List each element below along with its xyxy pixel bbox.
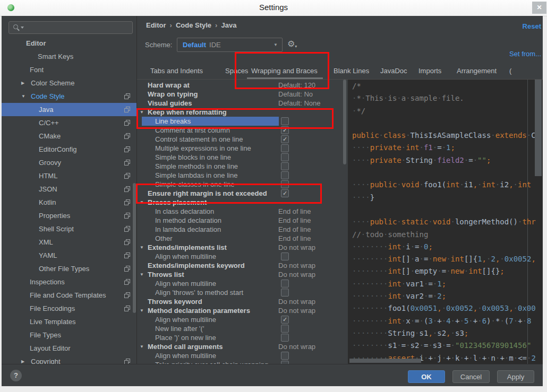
option-take-priority-over-call-chain-wrapping[interactable]: Take priority over call chain wrapping <box>137 360 343 364</box>
search-input[interactable] <box>26 22 129 33</box>
option-value-dropdown[interactable]: Do not wrap <box>278 297 315 306</box>
sidebar-item-cmake[interactable]: CMake <box>2 129 136 143</box>
option-checkbox[interactable] <box>281 252 289 260</box>
sidebar-item-color-scheme[interactable]: ▶Color Scheme <box>2 76 136 90</box>
option-simple-classes-in-one-line[interactable]: Simple classes in one line <box>137 180 343 189</box>
reset-link[interactable]: Reset <box>523 22 541 30</box>
tab-arrangement[interactable]: Arrangement <box>457 67 497 75</box>
option-line-breaks[interactable]: Line breaks <box>137 117 343 126</box>
option-ensure-right-margin-is-not-exceeded[interactable]: Ensure right margin is not exceeded✓ <box>137 189 343 198</box>
option-in-class-declaration[interactable]: In class declarationEnd of line <box>137 207 343 216</box>
tab-spaces[interactable]: Spaces <box>225 67 248 75</box>
tree-expanded-icon[interactable]: ▼ <box>140 306 144 315</box>
option-extends-implements-list[interactable]: ▼Extends/implements listDo not wrap <box>137 243 343 252</box>
apply-button[interactable]: Apply <box>497 370 534 383</box>
option-simple-lambdas-in-one-line[interactable]: Simple lambdas in one line <box>137 171 343 180</box>
option-throws-list[interactable]: ▼Throws listDo not wrap <box>137 270 343 279</box>
option-align-when-multiline[interactable]: Align when multiline <box>137 279 343 288</box>
option-method-call-arguments[interactable]: ▼Method call argumentsDo not wrap <box>137 342 343 351</box>
option-value-dropdown[interactable]: Do not wrap <box>278 243 315 252</box>
option-checkbox[interactable] <box>281 180 289 188</box>
option-checkbox[interactable]: ✓ <box>281 135 289 143</box>
option-checkbox[interactable] <box>281 153 289 161</box>
sidebar-item-yaml[interactable]: YAML <box>2 249 136 262</box>
sidebar-item-file-and-code-templates[interactable]: File and Code Templates <box>2 289 136 302</box>
scheme-gear-button[interactable]: ⚙▾ <box>287 39 297 49</box>
option-in-method-declaration[interactable]: In method declarationEnd of line <box>137 216 343 225</box>
scheme-select[interactable]: DefaultIDE ▼ <box>177 38 283 52</box>
option-throws-keyword[interactable]: Throws keywordDo not wrap <box>137 297 343 306</box>
sidebar-item-font[interactable]: Font <box>2 63 136 76</box>
tab-wrapping-and-braces[interactable]: Wrapping and Braces <box>251 67 318 75</box>
sidebar-item-other-file-types[interactable]: Other File Types <box>2 262 136 275</box>
option-value-dropdown[interactable]: End of line <box>278 225 311 234</box>
option-checkbox[interactable] <box>281 280 289 288</box>
search-box[interactable] <box>8 21 133 34</box>
sidebar-item-groovy[interactable]: Groovy <box>2 156 136 169</box>
tree-collapsed-icon[interactable]: ▶ <box>21 76 24 90</box>
sidebar-item-copyright[interactable]: ▶Copyright <box>2 355 136 364</box>
tree-expanded-icon[interactable]: ▼ <box>140 108 144 117</box>
option-multiple-expressions-in-one-line[interactable]: Multiple expressions in one line <box>137 144 343 153</box>
option-checkbox[interactable] <box>281 171 289 179</box>
option-comment-at-first-column[interactable]: Comment at first column✓ <box>137 126 343 135</box>
option-checkbox[interactable] <box>281 325 289 333</box>
option-wrap-on-typing[interactable]: Wrap on typingDefault: No <box>137 90 343 99</box>
sidebar-scrollbar[interactable] <box>133 183 136 313</box>
option-value-dropdown[interactable]: End of line <box>278 216 311 225</box>
option-checkbox[interactable]: ✓ <box>281 189 289 197</box>
sidebar-item-properties[interactable]: Properties <box>2 209 136 222</box>
option-checkbox[interactable] <box>281 352 289 360</box>
option-braces-placement[interactable]: ▼Braces placement <box>137 198 343 207</box>
option-extends-implements-keyword[interactable]: Extends/implements keywordDo not wrap <box>137 261 343 270</box>
option-checkbox[interactable] <box>281 334 289 342</box>
sidebar-item-editorconfig[interactable]: EditorConfig <box>2 143 136 156</box>
option-value-dropdown[interactable]: Do not wrap <box>278 342 315 351</box>
close-button[interactable]: ✕ <box>532 2 546 14</box>
tree-expanded-icon[interactable]: ▼ <box>140 243 144 252</box>
option-other[interactable]: OtherEnd of line <box>137 234 343 243</box>
option-checkbox[interactable] <box>281 144 289 152</box>
code-vertical-scrollbar[interactable] <box>535 80 542 176</box>
sidebar-item-editor[interactable]: Editor <box>2 37 136 50</box>
option-value-dropdown[interactable]: Do not wrap <box>278 261 315 270</box>
sidebar-item-live-templates[interactable]: Live Templates <box>2 315 136 328</box>
sidebar-item-file-types[interactable]: File Types <box>2 328 136 342</box>
option-new-line-after[interactable]: New line after '(' <box>137 324 343 333</box>
sidebar-item-smart-keys[interactable]: Smart Keys <box>2 50 136 63</box>
cancel-button[interactable]: Cancel <box>452 370 490 383</box>
option-hard-wrap-at[interactable]: Hard wrap atDefault: 120 <box>137 81 343 90</box>
option-checkbox[interactable] <box>281 162 289 170</box>
breadcrumb-code-style[interactable]: Code Style <box>176 21 211 29</box>
option-in-lambda-declaration[interactable]: In lambda declarationEnd of line <box>137 225 343 234</box>
option-value-dropdown[interactable]: Do not wrap <box>278 270 315 279</box>
option-value-dropdown[interactable]: End of line <box>278 207 311 216</box>
option-checkbox[interactable] <box>281 289 289 297</box>
set-from-link[interactable]: Set from... <box>509 50 541 58</box>
option-control-statement-in-one-line[interactable]: Control statement in one line✓ <box>137 135 343 144</box>
tab-javadoc[interactable]: JavaDoc <box>380 67 407 75</box>
sidebar-item-json[interactable]: JSON <box>2 182 136 196</box>
option-simple-methods-in-one-line[interactable]: Simple methods in one line <box>137 162 343 171</box>
option-align-when-multiline[interactable]: Align when multiline✓ <box>137 315 343 324</box>
option-simple-blocks-in-one-line[interactable]: Simple blocks in one line <box>137 153 343 162</box>
sidebar-item-file-encodings[interactable]: File Encodings <box>2 302 136 315</box>
option-keep-when-reformatting[interactable]: ▼Keep when reformatting <box>137 108 343 117</box>
ok-button[interactable]: OK <box>408 370 445 383</box>
tab-blank-lines[interactable]: Blank Lines <box>334 67 369 75</box>
tab-tabs-and-indents[interactable]: Tabs and Indents <box>150 67 203 75</box>
tree-expanded-icon[interactable]: ▼ <box>21 90 25 103</box>
tree-expanded-icon[interactable]: ▼ <box>140 270 144 279</box>
breadcrumb-editor[interactable]: Editor <box>146 21 166 29</box>
option-method-declaration-parameters[interactable]: ▼Method declaration parametersDo not wra… <box>137 306 343 315</box>
option-place-on-new-line[interactable]: Place ')' on new line <box>137 333 343 342</box>
code-horizontal-scrollbar[interactable] <box>349 359 421 363</box>
sidebar-item-layout-editor[interactable]: Layout Editor <box>2 342 136 355</box>
tree-collapsed-icon[interactable]: ▶ <box>21 355 24 364</box>
tree-expanded-icon[interactable]: ▼ <box>140 342 144 351</box>
sidebar-item-java[interactable]: Java <box>2 103 136 116</box>
sidebar-item-html[interactable]: HTML <box>2 169 136 182</box>
option-align-when-multiline[interactable]: Align when multiline <box>137 252 343 261</box>
sidebar-item-inspections[interactable]: Inspections <box>2 275 136 289</box>
sidebar-item-c-c[interactable]: C/C++ <box>2 116 136 129</box>
